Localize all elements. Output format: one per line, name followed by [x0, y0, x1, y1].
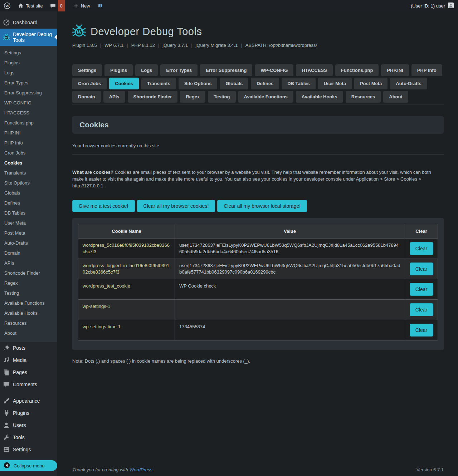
sidebar-item-label: Tools	[13, 435, 25, 440]
tab-regex[interactable]: Regex	[180, 91, 205, 103]
tab-cron-jobs[interactable]: Cron Jobs	[72, 78, 107, 89]
collapse-menu-button[interactable]: Collapse menu	[0, 460, 57, 471]
comment-bubble-icon	[50, 3, 56, 9]
sidebar-submenu-regex[interactable]: Regex	[0, 278, 57, 288]
tab-site-options[interactable]: Site Options	[179, 78, 218, 89]
clear-cookie-button-wordpress-test-cookie[interactable]: Clear	[410, 283, 433, 296]
tab-functions-php[interactable]: Functions.php	[335, 64, 379, 76]
sidebar-item-comments[interactable]: Comments	[0, 378, 57, 391]
tab-globals[interactable]: Globals	[220, 78, 248, 89]
sidebar-submenu-htaccess[interactable]: HTACCESS	[0, 108, 57, 118]
tab-defines[interactable]: Defines	[251, 78, 279, 89]
tab-shortcode-finder[interactable]: Shortcode Finder	[128, 91, 178, 103]
sidebar-submenu-functions-php[interactable]: Functions.php	[0, 118, 57, 128]
sidebar-submenu-php-ini[interactable]: PHP.INI	[0, 128, 57, 138]
sidebar-item-developer-debug-tools[interactable]: W Developer Debug Tools	[0, 29, 57, 46]
tab-apis[interactable]: APIs	[103, 91, 125, 103]
sidebar-item-posts[interactable]: Posts	[0, 342, 57, 354]
sidebar-submenu-cron-jobs[interactable]: Cron Jobs	[0, 148, 57, 158]
sidebar-submenu-wp-config[interactable]: WP-CONFIG	[0, 98, 57, 108]
sidebar-item-label: Users	[13, 422, 26, 428]
tab-error-types[interactable]: Error Types	[160, 64, 198, 76]
clear-cookie-button-wordpress-logged-in-5c016e8f0f95f039102cbe8366c5c7f3[interactable]: Clear	[410, 262, 433, 275]
debug-readme-menu[interactable]	[94, 0, 107, 11]
sidebar-submenu-transients[interactable]: Transients	[0, 168, 57, 178]
tab-wp-config[interactable]: WP-CONFIG	[255, 64, 293, 76]
sidebar-submenu-user-meta[interactable]: User Meta	[0, 218, 57, 228]
clear-cookie-button-wp-settings-time-1[interactable]: Clear	[410, 324, 433, 337]
comments-menu[interactable]	[47, 0, 58, 11]
tab-php-info[interactable]: PHP Info	[411, 64, 442, 76]
cookie-table-header-row: Cookie Name Value Clear	[78, 224, 438, 239]
sidebar-submenu-about[interactable]: About	[0, 328, 57, 338]
sidebar-submenu-post-meta[interactable]: Post Meta	[0, 228, 57, 238]
test-cookie-button[interactable]: Give me a test cookie!	[72, 200, 135, 212]
sidebar-submenu-db-tables[interactable]: DB Tables	[0, 208, 57, 218]
comments-icon	[3, 381, 10, 388]
sidebar-submenu-domain[interactable]: Domain	[0, 248, 57, 258]
sidebar-submenu-auto-drafts[interactable]: Auto-Drafts	[0, 238, 57, 248]
wordpress-logo-icon: W	[4, 2, 11, 9]
cookie-value-cell: user|1734728637|eFEisLypyK0P2WEPwU6LbW53…	[175, 259, 405, 279]
sidebar-submenu-error-suppressing[interactable]: Error Suppressing	[0, 88, 57, 98]
sidebar-item-settings[interactable]: Settings	[0, 443, 57, 456]
sidebar-submenu-error-types[interactable]: Error Types	[0, 78, 57, 88]
tab-testing[interactable]: Testing	[208, 91, 235, 103]
value-header: Value	[175, 224, 405, 239]
sidebar-item-pages[interactable]: Pages	[0, 366, 57, 378]
sidebar-submenu-settings[interactable]: Settings	[0, 48, 57, 58]
sidebar-submenu-site-options[interactable]: Site Options	[0, 178, 57, 188]
tab-plugins[interactable]: Plugins	[104, 64, 133, 76]
tab-php-ini[interactable]: PHP.INI	[381, 64, 409, 76]
site-name-menu[interactable]: Test site	[14, 0, 47, 11]
tab-auto-drafts[interactable]: Auto-Drafts	[390, 78, 427, 89]
tab-user-meta[interactable]: User Meta	[318, 78, 352, 89]
sidebar-submenu-cookies[interactable]: Cookies	[0, 158, 57, 168]
sidebar-submenu-resources[interactable]: Resources	[0, 318, 57, 328]
sidebar-submenu-available-functions[interactable]: Available Functions	[0, 298, 57, 308]
sidebar-item-dashboard[interactable]: Dashboard	[0, 16, 57, 29]
bug-logo-icon: W	[72, 24, 86, 39]
clear-local-storage-button[interactable]: Clear all my browser local storage!	[217, 200, 307, 212]
admin-bar-spacer	[107, 0, 406, 11]
sidebar-submenu-php-info[interactable]: PHP Info	[0, 138, 57, 148]
meta-separator: |	[241, 43, 242, 48]
tab-settings[interactable]: Settings	[72, 64, 102, 76]
my-account-menu[interactable]: (User ID: 1) user	[406, 0, 458, 11]
comment-count-badge[interactable]: 0	[58, 0, 65, 11]
sidebar-item-tools[interactable]: Tools	[0, 431, 57, 443]
meta-separator: |	[191, 43, 192, 48]
sidebar-item-users[interactable]: Users	[0, 419, 57, 431]
sidebar-item-media[interactable]: Media	[0, 354, 57, 366]
sidebar-submenu-testing[interactable]: Testing	[0, 288, 57, 298]
sidebar-submenu-apis[interactable]: APIs	[0, 258, 57, 268]
tab-transients[interactable]: Transients	[141, 78, 176, 89]
sidebar-submenu-plugins[interactable]: Plugins	[0, 58, 57, 68]
tab-domain[interactable]: Domain	[72, 91, 101, 103]
tab-post-meta[interactable]: Post Meta	[354, 78, 388, 89]
collapse-arrow-icon	[3, 462, 10, 470]
wordpress-logo-menu[interactable]: W	[0, 0, 14, 11]
tab-error-suppressing[interactable]: Error Suppressing	[200, 64, 252, 76]
tab-about[interactable]: About	[383, 91, 408, 103]
tab-resources[interactable]: Resources	[346, 91, 381, 103]
tab-available-functions[interactable]: Available Functions	[238, 91, 293, 103]
sidebar-submenu-logs[interactable]: Logs	[0, 68, 57, 78]
sidebar-submenu-available-hooks[interactable]: Available Hooks	[0, 308, 57, 318]
new-content-menu[interactable]: New	[70, 0, 94, 11]
tab-cookies[interactable]: Cookies	[109, 78, 139, 89]
sidebar-item-appearance[interactable]: Appearance	[0, 395, 57, 407]
sidebar-submenu-defines[interactable]: Defines	[0, 198, 57, 208]
sidebar-item-plugins[interactable]: Plugins	[0, 407, 57, 419]
sidebar-submenu-shortcode-finder[interactable]: Shortcode Finder	[0, 268, 57, 278]
clear-cookie-button-wp-settings-1[interactable]: Clear	[410, 303, 433, 316]
wordpress-link[interactable]: WordPress	[130, 467, 152, 472]
cookie-name-cell: wp-settings-time-1	[78, 320, 175, 340]
tab-htaccess[interactable]: HTACCESS	[296, 64, 333, 76]
clear-cookie-button-wordpress-5c016e8f0f95f039102cbe8366c5c7f3[interactable]: Clear	[410, 242, 433, 255]
tab-db-tables[interactable]: DB Tables	[282, 78, 316, 89]
tab-available-hooks[interactable]: Available Hooks	[296, 91, 343, 103]
tab-logs[interactable]: Logs	[135, 64, 158, 76]
sidebar-submenu-globals[interactable]: Globals	[0, 188, 57, 198]
clear-cookies-button[interactable]: Clear all my browser cookies!	[137, 200, 215, 212]
